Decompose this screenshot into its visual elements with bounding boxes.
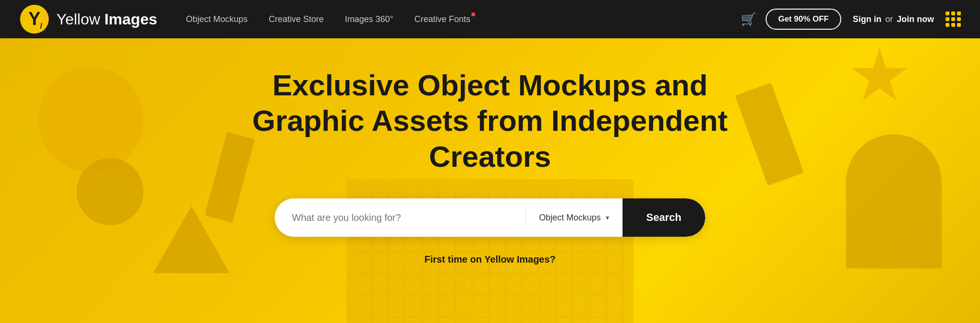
discount-button[interactable]: Get 90% OFF <box>766 9 841 30</box>
nav-item-creative-store[interactable]: Creative Store <box>269 14 324 24</box>
auth-area: Sign in or Join now <box>853 14 934 24</box>
search-bar: Object Mockups ▾ Search <box>275 198 705 237</box>
svg-text:Y: Y <box>28 9 40 29</box>
sign-in-link[interactable]: Sign in <box>853 14 881 24</box>
logo[interactable]: Y / Yellow Images <box>19 4 157 35</box>
brand-name: Yellow Images <box>56 11 157 28</box>
search-button[interactable]: Search <box>623 198 705 237</box>
hero-title: Exclusive Object Mockups and Graphic Ass… <box>251 68 729 174</box>
nav-links: Object Mockups Creative Store Images 360… <box>186 14 736 24</box>
search-input[interactable] <box>275 198 525 237</box>
nav-item-images-360[interactable]: Images 360° <box>345 14 393 24</box>
hero-content: Exclusive Object Mockups and Graphic Ass… <box>0 68 980 265</box>
svg-text:/: / <box>40 22 43 30</box>
navbar: Y / Yellow Images Object Mockups Creativ… <box>0 0 980 38</box>
search-category-label: Object Mockups <box>539 213 601 223</box>
nav-item-creative-fonts[interactable]: Creative Fonts <box>414 14 470 24</box>
chevron-down-icon: ▾ <box>606 214 609 221</box>
hero-section: Exclusive Object Mockups and Graphic Ass… <box>0 38 980 323</box>
hero-subtitle[interactable]: First time on Yellow Images? <box>424 254 556 265</box>
cart-icon[interactable]: 🛒 <box>741 12 756 27</box>
apps-grid-icon[interactable] <box>946 12 961 27</box>
or-text: or <box>885 14 893 24</box>
join-now-link[interactable]: Join now <box>897 14 934 24</box>
search-category-selector[interactable]: Object Mockups ▾ <box>526 198 623 237</box>
nav-item-object-mockups[interactable]: Object Mockups <box>186 14 248 24</box>
logo-icon: Y / <box>19 4 50 35</box>
